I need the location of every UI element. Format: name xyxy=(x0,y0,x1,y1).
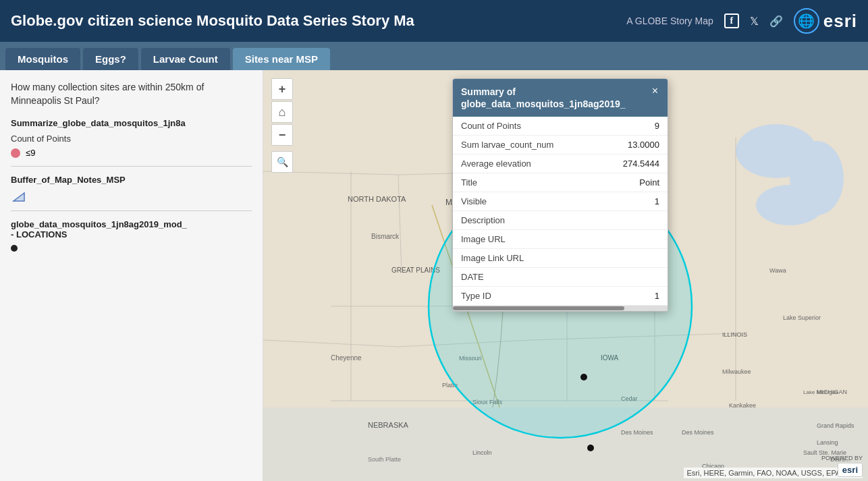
popup-field-value xyxy=(571,268,668,287)
svg-point-56 xyxy=(580,374,587,380)
svg-text:Milwaukee: Milwaukee xyxy=(722,368,751,375)
powered-by-text: POWERED BY xyxy=(821,455,863,461)
search-button[interactable]: 🔍 xyxy=(271,151,293,173)
popup-row: TitlePoint xyxy=(453,173,668,192)
header-subtitle: A GLOBE Story Map xyxy=(626,16,713,26)
tab-sites-near-msp[interactable]: Sites near MSP xyxy=(233,48,330,70)
svg-text:ILLINOIS: ILLINOIS xyxy=(722,331,747,338)
popup-row: Description xyxy=(453,211,668,230)
legend-item-dot: ≤9 xyxy=(11,148,252,158)
popup-field-name: Image Link URL xyxy=(453,249,571,268)
svg-text:Lake Superior: Lake Superior xyxy=(783,314,821,321)
tab-mosquitos[interactable]: Mosquitos xyxy=(5,48,80,70)
esri-brand-text: esri xyxy=(823,11,857,32)
popup-field-name: Visible xyxy=(453,192,571,211)
popup-field-name: Description xyxy=(453,211,571,230)
zoom-out-button[interactable]: − xyxy=(271,124,293,146)
divider2 xyxy=(11,210,252,211)
polygon-icon xyxy=(11,190,26,202)
map-container[interactable]: NORTH DAKOTA Bismarck MINNESOTA GREAT PL… xyxy=(263,70,868,481)
esri-logo: 🌐 esri xyxy=(794,8,857,34)
layer3-name: globe_data_mosquitos_1jn8ag2019_mod_ - L… xyxy=(11,219,252,239)
popup-field-value: 1 xyxy=(571,192,668,211)
popup-body: Count of Points9Sum larvae_count_num13.0… xyxy=(453,117,668,306)
svg-text:Cheyenne: Cheyenne xyxy=(331,354,362,362)
home-button[interactable]: ⌂ xyxy=(271,101,293,123)
svg-text:Lansing: Lansing xyxy=(817,439,838,446)
popup-field-value: Point xyxy=(571,173,668,192)
svg-point-57 xyxy=(587,445,594,451)
popup-header: Summary of globe_data_mosquitos_1jn8ag20… xyxy=(453,79,668,117)
popup-field-value xyxy=(571,230,668,249)
tab-eggs[interactable]: Eggs? xyxy=(83,48,138,70)
popup-field-value xyxy=(571,211,668,230)
popup-field-value: 9 xyxy=(571,117,668,136)
esri-globe-icon: 🌐 xyxy=(794,8,819,34)
svg-point-5 xyxy=(756,185,823,225)
popup-field-value xyxy=(571,249,668,268)
popup-field-name: Count of Points xyxy=(453,117,571,136)
popup-field-value: 274.5444 xyxy=(571,154,668,173)
svg-text:Bismarck: Bismarck xyxy=(371,233,400,240)
sidebar: How many collection sites are within 250… xyxy=(0,70,263,481)
sidebar-question: How many collection sites are within 250… xyxy=(11,81,252,107)
popup-row: Image URL xyxy=(453,230,668,249)
svg-text:MICHIGAN: MICHIGAN xyxy=(817,389,847,395)
popup-field-value: 13.0000 xyxy=(571,136,668,154)
svg-text:South Platte: South Platte xyxy=(368,456,401,463)
main-content: How many collection sites are within 250… xyxy=(0,70,868,481)
facebook-icon[interactable]: f xyxy=(724,13,739,28)
app-header: Globe.gov citizen science Mosquito Data … xyxy=(0,0,868,42)
legend-dot-label: ≤9 xyxy=(26,148,35,158)
layer3-legend-dot xyxy=(11,245,18,252)
divider1 xyxy=(11,166,252,167)
count-of-points-label: Count of Points xyxy=(11,134,252,144)
popup-scroll-thumb xyxy=(453,306,624,310)
svg-marker-0 xyxy=(13,193,24,201)
popup-table: Count of Points9Sum larvae_count_num13.0… xyxy=(453,117,668,306)
twitter-icon[interactable]: 𝕏 xyxy=(750,15,759,28)
svg-text:Wawa: Wawa xyxy=(769,267,786,274)
popup-title: Summary of globe_data_mosquitos_1jn8ag20… xyxy=(461,86,651,110)
legend-dot-symbol xyxy=(11,148,20,158)
popup-field-name: Type ID xyxy=(453,287,571,306)
app-title: Globe.gov citizen science Mosquito Data … xyxy=(11,12,616,30)
svg-text:Grand Rapids: Grand Rapids xyxy=(817,422,855,429)
popup-row: Type ID1 xyxy=(453,287,668,306)
popup-row: Sum larvae_count_num13.0000 xyxy=(453,136,668,154)
popup-close-button[interactable]: × xyxy=(651,86,659,96)
popup-field-name: DATE xyxy=(453,268,571,287)
esri-watermark-logo: esri xyxy=(838,463,863,477)
popup-row: Image Link URL xyxy=(453,249,668,268)
svg-text:Kankakee: Kankakee xyxy=(729,402,756,409)
svg-text:Des Moines: Des Moines xyxy=(621,429,653,436)
popup-field-value: 1 xyxy=(571,287,668,306)
esri-watermark: POWERED BY esri xyxy=(821,455,863,477)
popup: Summary of globe_data_mosquitos_1jn8ag20… xyxy=(452,78,668,312)
popup-row: DATE xyxy=(453,268,668,287)
popup-row: Average elevation274.5444 xyxy=(453,154,668,173)
popup-field-name: Sum larvae_count_num xyxy=(453,136,571,154)
popup-field-name: Average elevation xyxy=(453,154,571,173)
layer2-name: Buffer_of_Map_Notes_MSP xyxy=(11,175,252,185)
tab-bar: Mosquitos Eggs? Larvae Count Sites near … xyxy=(0,42,868,70)
zoom-in-button[interactable]: + xyxy=(271,78,293,100)
popup-scrollbar[interactable] xyxy=(453,306,668,311)
svg-text:Des Moines: Des Moines xyxy=(682,429,714,436)
legend-polygon xyxy=(11,190,252,202)
popup-field-name: Title xyxy=(453,173,571,192)
tab-larvae-count[interactable]: Larvae Count xyxy=(141,48,230,70)
layer1-name: Summarize_globe_data_mosquitos_1jn8a xyxy=(11,118,252,128)
svg-text:NEBRASKA: NEBRASKA xyxy=(368,421,409,429)
popup-row: Visible1 xyxy=(453,192,668,211)
map-controls: + ⌂ − 🔍 xyxy=(271,78,293,173)
svg-text:Lincoln: Lincoln xyxy=(472,449,492,456)
svg-text:NORTH DAKOTA: NORTH DAKOTA xyxy=(348,195,406,203)
popup-field-name: Image URL xyxy=(453,230,571,249)
popup-row: Count of Points9 xyxy=(453,117,668,136)
link-icon[interactable]: 🔗 xyxy=(769,15,783,28)
